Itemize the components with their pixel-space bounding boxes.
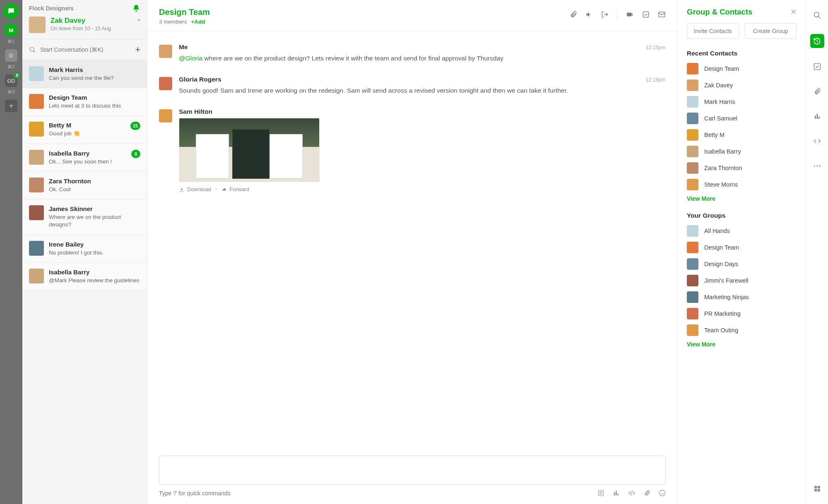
bell-icon[interactable]: [132, 4, 140, 12]
svg-point-15: [819, 165, 821, 166]
svg-rect-18: [814, 489, 817, 492]
svg-rect-19: [817, 489, 820, 492]
view-more-groups[interactable]: View More: [687, 341, 797, 348]
poll-icon[interactable]: [613, 490, 620, 497]
todo-icon[interactable]: [811, 60, 823, 73]
conversation-item[interactable]: Mark Harris Can you send me the file?: [22, 60, 147, 88]
avatar: [159, 77, 172, 90]
video-icon[interactable]: [626, 11, 634, 18]
conversation-name: Isabella Barry: [49, 269, 140, 276]
emoji-icon[interactable]: [659, 490, 666, 497]
conversation-item[interactable]: Irene Bailey No problem! I got this.: [22, 235, 147, 263]
contact-row[interactable]: Steve Morris: [687, 179, 797, 190]
section-header: Recent Contacts: [687, 50, 797, 57]
conversation-item[interactable]: Isabella Barry Ok... See you soon then !…: [22, 144, 147, 172]
search-icon[interactable]: [811, 9, 823, 22]
search-input[interactable]: [40, 46, 131, 53]
conversation-preview: Ok... See you soon then !: [49, 158, 140, 166]
apps-icon[interactable]: [811, 482, 823, 495]
current-user[interactable]: Zak Davey On leave from 10 - 15 Aug ▾: [22, 15, 147, 39]
conversation-item[interactable]: Betty M Good job 👏 15: [22, 116, 147, 144]
contact-row[interactable]: Betty M: [687, 129, 797, 141]
invite-contacts-button[interactable]: Invite Contacts: [687, 23, 739, 39]
contact-row[interactable]: Isabella Barry: [687, 146, 797, 157]
conversation-item[interactable]: Zara Thornton Ok. Cool: [22, 172, 147, 199]
group-row[interactable]: Design Team: [687, 242, 797, 253]
message: Sam Hilton Download • Forward: [159, 108, 666, 192]
leave-icon[interactable]: [601, 11, 609, 18]
new-conversation-button[interactable]: +: [135, 44, 140, 55]
add-workspace-button[interactable]: +: [5, 100, 17, 112]
mail-icon[interactable]: [658, 11, 666, 18]
forward-button[interactable]: Forward: [221, 186, 249, 192]
message: Me@Gloria where are we on the product de…: [159, 43, 666, 63]
section-header: Your Groups: [687, 212, 797, 219]
group-row[interactable]: Jimmi's Farewell: [687, 275, 797, 286]
attachment-preview[interactable]: [179, 118, 320, 182]
avatar: [687, 63, 698, 74]
avatar: [29, 94, 44, 109]
contact-row[interactable]: Carl Samuel: [687, 113, 797, 124]
attachment-icon[interactable]: [811, 85, 823, 98]
workspace-item[interactable]: M: [5, 24, 17, 36]
create-group-button[interactable]: Create Group: [745, 23, 797, 39]
svg-point-14: [816, 165, 818, 166]
avatar: [687, 242, 698, 253]
avatar: [687, 146, 698, 157]
conversation-preview: Good job 👏: [49, 130, 140, 137]
avatar: [687, 275, 698, 286]
attach-icon[interactable]: [644, 490, 650, 497]
svg-point-8: [814, 12, 819, 17]
conversation-name: Zara Thornton: [49, 178, 140, 185]
more-icon[interactable]: [811, 160, 823, 172]
avatar: [687, 308, 698, 319]
group-name: Design Days: [704, 261, 738, 267]
message-composer[interactable]: [159, 456, 666, 485]
workspace-badge: 8: [13, 72, 21, 79]
quick-command-input[interactable]: [159, 490, 597, 497]
contact-row[interactable]: Design Team: [687, 63, 797, 74]
conversation-preview: Can you send me the file?: [49, 74, 140, 82]
workspace-item[interactable]: GD 8: [5, 74, 17, 87]
group-name: All Hands: [704, 228, 730, 234]
chat-title[interactable]: Design Team: [159, 7, 210, 17]
workspace-item[interactable]: D: [5, 49, 17, 62]
volume-icon[interactable]: [585, 11, 593, 18]
group-row[interactable]: Team Outing: [687, 324, 797, 336]
view-more-contacts[interactable]: View More: [687, 195, 797, 202]
chevron-down-icon[interactable]: ▾: [137, 17, 140, 23]
conversation-item[interactable]: Isabella Barry @Mark Please review the g…: [22, 263, 147, 290]
contact-row[interactable]: Mark Harris: [687, 96, 797, 108]
contact-row[interactable]: Zara Thornton: [687, 162, 797, 174]
separator: [617, 10, 617, 19]
conversation-item[interactable]: Design Team Lets meet at 3 to discuss th…: [22, 88, 147, 116]
note-icon[interactable]: [597, 490, 604, 497]
avatar: [159, 45, 172, 58]
snippet-icon[interactable]: [628, 490, 635, 497]
app-logo[interactable]: [3, 3, 19, 19]
search-icon: [29, 46, 36, 53]
close-icon[interactable]: ✕: [790, 7, 797, 17]
contact-row[interactable]: Zak Davey: [687, 79, 797, 91]
mention[interactable]: @Gloria: [179, 55, 202, 62]
todo-icon[interactable]: [642, 11, 650, 18]
group-row[interactable]: PR Marketing: [687, 308, 797, 319]
attachment-icon[interactable]: [570, 11, 577, 18]
history-icon[interactable]: [810, 34, 824, 48]
avatar: [29, 122, 44, 137]
chat-actions: [570, 10, 666, 19]
message: Gloria RogersSounds good! Sam and Irene …: [159, 76, 666, 96]
unread-badge: 15: [130, 122, 140, 130]
poll-icon[interactable]: [811, 110, 823, 122]
group-name: Jimmi's Farewell: [704, 277, 749, 284]
group-row[interactable]: All Hands: [687, 225, 797, 237]
chat-subtitle: 3 members +Add: [159, 19, 210, 25]
message-time: 12:15pm: [645, 45, 666, 50]
snippet-icon[interactable]: [811, 135, 823, 147]
group-row[interactable]: Design Days: [687, 258, 797, 270]
download-button[interactable]: Download: [179, 186, 211, 192]
group-row[interactable]: Marketing Ninjas: [687, 291, 797, 303]
conversation-item[interactable]: James Skinner Where are we on the produc…: [22, 199, 147, 235]
add-member-button[interactable]: +Add: [191, 19, 205, 25]
workspace-name: Flock Designers: [29, 5, 74, 12]
